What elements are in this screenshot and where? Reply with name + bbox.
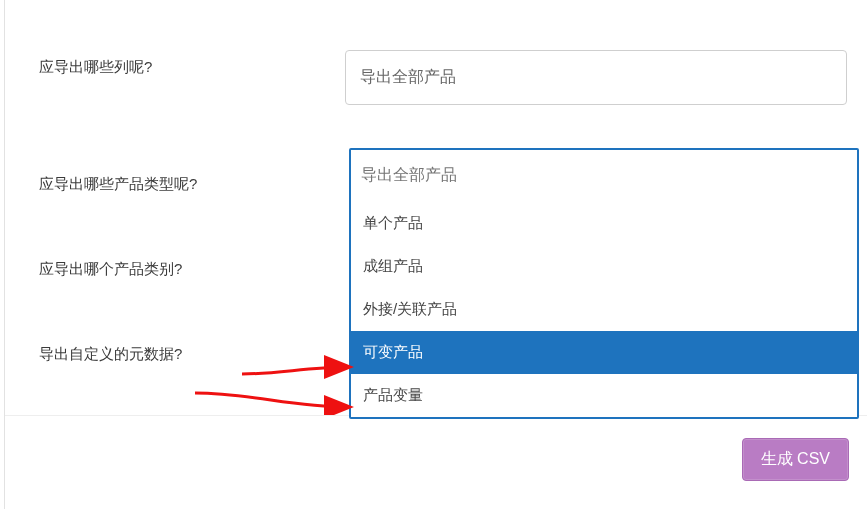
label-product-types: 应导出哪些产品类型呢? [5,167,345,194]
row-columns: 应导出哪些列呢? 导出全部产品 [5,0,867,105]
dropdown-option-single[interactable]: 单个产品 [351,202,857,245]
label-category: 应导出哪个产品类别? [5,252,345,279]
arrow-annotation-icon [191,385,356,415]
product-type-dropdown[interactable]: 单个产品 成组产品 外接/关联产品 可变产品 产品变量 [349,148,859,419]
dropdown-search-input[interactable] [351,150,857,202]
label-custom-meta: 导出自定义的元数据? [5,337,345,364]
label-columns: 应导出哪些列呢? [5,50,345,77]
export-form: 应导出哪些列呢? 导出全部产品 应导出哪些产品类型呢? 应导出哪个产品类别? 导… [4,0,867,509]
dropdown-option-variation[interactable]: 产品变量 [351,374,857,417]
field-columns: 导出全部产品 [345,50,867,105]
dropdown-option-variable[interactable]: 可变产品 [351,331,857,374]
generate-csv-button[interactable]: 生成 CSV [742,438,849,481]
columns-select[interactable]: 导出全部产品 [345,50,847,105]
dropdown-option-grouped[interactable]: 成组产品 [351,245,857,288]
dropdown-option-external[interactable]: 外接/关联产品 [351,288,857,331]
